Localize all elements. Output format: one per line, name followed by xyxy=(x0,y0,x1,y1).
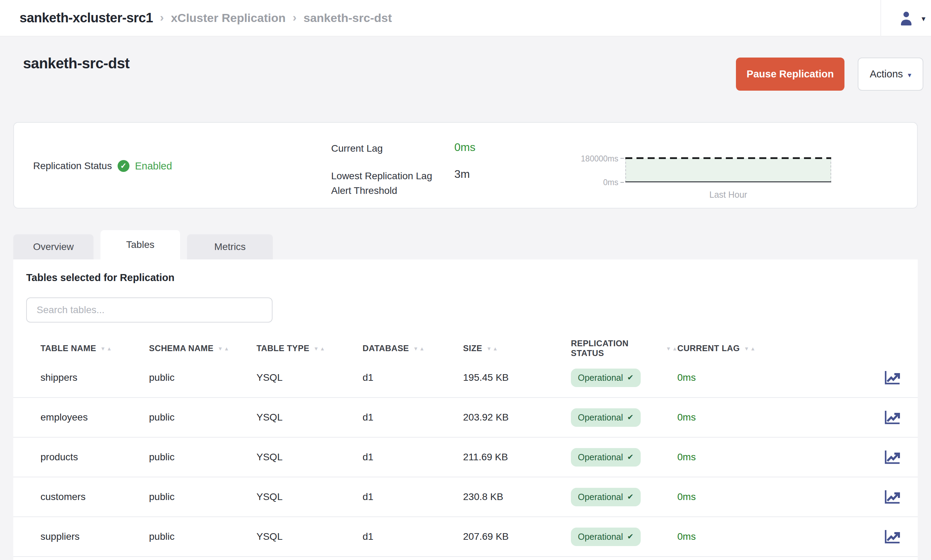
line-chart-icon xyxy=(884,529,901,544)
sort-descending-icon: ▼ xyxy=(666,346,671,351)
lag-chart-tick xyxy=(620,182,624,183)
sort-ascending-icon: ▲ xyxy=(320,346,325,351)
replication-status: Replication Status ✓ Enabled xyxy=(33,123,172,209)
alert-threshold-label: Lowest Replication Lag Alert Threshold xyxy=(331,169,464,198)
badge-check-icon: ✔ xyxy=(627,532,634,541)
cell-database: d1 xyxy=(362,491,463,503)
lag-chart-plot-area xyxy=(625,158,831,182)
sort-icons: ▼ ▲ xyxy=(666,346,677,351)
cell-size: 211.69 KB xyxy=(463,452,571,463)
line-chart-icon xyxy=(884,450,901,465)
sort-icons: ▼ ▲ xyxy=(100,346,112,351)
badge-check-icon: ✔ xyxy=(627,413,634,422)
replication-status-card: Replication Status ✓ Enabled Current Lag… xyxy=(13,122,918,209)
sort-icons: ▼ ▲ xyxy=(744,346,755,351)
cell-table-name: employees xyxy=(40,412,149,423)
table-header-cell[interactable]: TABLE NAME ▼ ▲ xyxy=(40,343,149,353)
cell-schema-name: public xyxy=(149,531,256,542)
pause-replication-button[interactable]: Pause Replication xyxy=(736,57,845,91)
breadcrumb-section-link[interactable]: xCluster Replication xyxy=(171,11,286,25)
enabled-check-icon: ✓ xyxy=(117,160,129,172)
sort-ascending-icon: ▲ xyxy=(750,346,755,351)
table-header-label: CURRENT LAG xyxy=(677,343,740,353)
table-header-cell[interactable]: CURRENT LAG ▼ ▲ xyxy=(677,343,874,353)
table-header-cell[interactable]: TABLE TYPE ▼ ▲ xyxy=(256,343,362,353)
cell-table-type: YSQL xyxy=(256,491,362,503)
table-header-cell[interactable]: SIZE ▼ ▲ xyxy=(463,343,571,353)
top-navbar: sanketh-xcluster-src1 › xCluster Replica… xyxy=(0,0,931,36)
sort-descending-icon: ▼ xyxy=(100,346,106,351)
status-badge-label: Operational xyxy=(578,452,623,462)
cell-size: 195.45 KB xyxy=(463,372,571,383)
status-badge-label: Operational xyxy=(578,373,623,383)
breadcrumb-current-page: sanketh-src-dst xyxy=(304,11,392,25)
actions-button-label: Actions xyxy=(869,68,903,80)
tab-overview[interactable]: Overview xyxy=(13,234,94,259)
cell-table-type: YSQL xyxy=(256,412,362,423)
lag-chart-x-label: Last Hour xyxy=(625,190,831,200)
sort-ascending-icon: ▲ xyxy=(224,346,229,351)
actions-caret-icon: ▾ xyxy=(908,71,911,79)
lag-chart-tick xyxy=(620,158,624,158)
breadcrumb-separator-icon: › xyxy=(293,11,296,24)
sort-descending-icon: ▼ xyxy=(218,346,223,351)
breadcrumb-separator-icon: › xyxy=(160,11,163,24)
cell-current-lag: 0ms xyxy=(677,491,874,503)
badge-check-icon: ✔ xyxy=(627,373,634,382)
table-header-row: TABLE NAME ▼ ▲ SCHEMA NAME ▼ ▲ TABLE TYP… xyxy=(13,338,918,358)
table-row: employees public YSQL d1 203.92 KB Opera… xyxy=(13,398,918,438)
cell-database: d1 xyxy=(362,452,463,463)
cell-replication-status: Operational ✔ xyxy=(571,369,677,387)
lag-labels: Current Lag Lowest Replication Lag Alert… xyxy=(331,143,464,198)
row-metrics-button[interactable] xyxy=(874,450,901,465)
sort-descending-icon: ▼ xyxy=(314,346,319,351)
table-row: customers public YSQL d1 230.8 KB Operat… xyxy=(13,477,918,517)
breadcrumb-cluster-link[interactable]: sanketh-xcluster-src1 xyxy=(20,11,153,25)
table-header-label: SCHEMA NAME xyxy=(149,343,214,353)
line-chart-icon xyxy=(884,370,901,385)
badge-check-icon: ✔ xyxy=(627,492,634,502)
row-metrics-button[interactable] xyxy=(874,410,901,425)
cell-table-name: shippers xyxy=(40,372,149,383)
cell-schema-name: public xyxy=(149,491,256,503)
table-header-cell[interactable]: DATABASE ▼ ▲ xyxy=(362,343,463,353)
cell-table-type: YSQL xyxy=(256,531,362,542)
cell-replication-status: Operational ✔ xyxy=(571,488,677,506)
cell-current-lag: 0ms xyxy=(677,412,874,423)
status-badge: Operational ✔ xyxy=(571,528,641,546)
row-metrics-button[interactable] xyxy=(874,489,901,504)
row-metrics-button[interactable] xyxy=(874,529,901,544)
cell-current-lag: 0ms xyxy=(677,531,874,542)
table-header-cell[interactable]: REPLICATION STATUS ▼ ▲ xyxy=(571,338,677,358)
line-chart-icon xyxy=(884,489,901,504)
lag-current-line xyxy=(625,181,831,182)
cell-database: d1 xyxy=(362,531,463,542)
table-header-label: TABLE NAME xyxy=(40,343,96,353)
tab-metrics[interactable]: Metrics xyxy=(187,234,273,259)
sort-icons: ▼ ▲ xyxy=(314,346,325,351)
lag-chart: 180000ms 0ms Last Hour xyxy=(569,154,845,206)
cell-schema-name: public xyxy=(149,412,256,423)
table-header-cell[interactable]: SCHEMA NAME ▼ ▲ xyxy=(149,343,256,353)
search-tables-input[interactable] xyxy=(26,297,273,323)
cell-current-lag: 0ms xyxy=(677,372,874,383)
breadcrumb: sanketh-xcluster-src1 › xCluster Replica… xyxy=(20,11,392,25)
sort-descending-icon: ▼ xyxy=(413,346,418,351)
status-badge-label: Operational xyxy=(578,532,623,542)
line-chart-icon xyxy=(884,410,901,425)
cell-replication-status: Operational ✔ xyxy=(571,528,677,546)
actions-button[interactable]: Actions ▾ xyxy=(858,57,923,91)
tab-tables[interactable]: Tables xyxy=(100,230,180,259)
cell-size: 203.92 KB xyxy=(463,412,571,423)
sort-ascending-icon: ▲ xyxy=(106,346,112,351)
row-metrics-button[interactable] xyxy=(874,370,901,385)
current-lag-value: 0ms xyxy=(454,141,475,154)
status-badge-label: Operational xyxy=(578,492,623,502)
table-header-label: REPLICATION STATUS xyxy=(571,338,661,358)
user-menu-button[interactable]: ▾ xyxy=(881,0,931,36)
sort-icons: ▼ ▲ xyxy=(218,346,229,351)
tables-panel: Tables selected for Replication TABLE NA… xyxy=(13,259,918,560)
cell-database: d1 xyxy=(362,372,463,383)
detail-tabs: Overview Tables Metrics xyxy=(13,230,273,259)
lag-threshold-dashed-line xyxy=(625,157,831,159)
